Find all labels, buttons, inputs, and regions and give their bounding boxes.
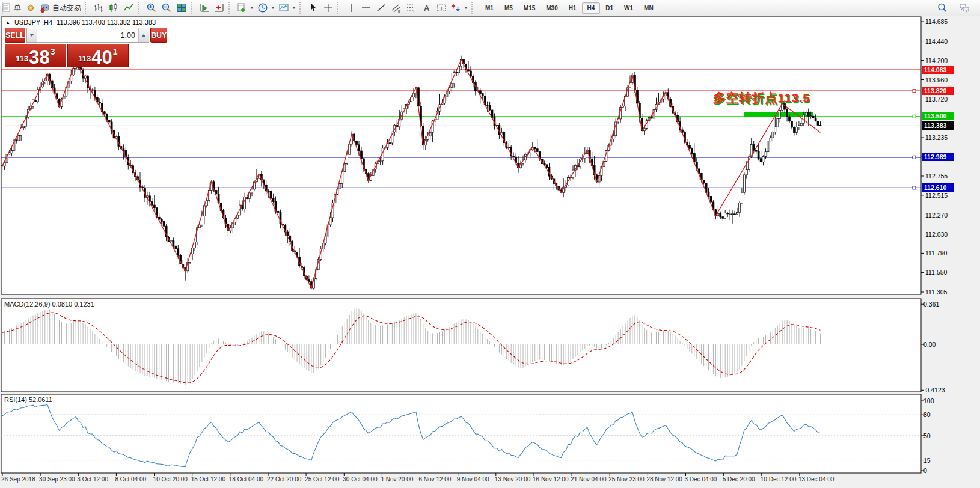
buy-price-big: 40 [91, 50, 112, 65]
rsi-axis-label: 50 [923, 432, 931, 439]
mt4-window: 单自动交易EFATM1M5M15M30H1H4D1W1MN ▲ USDJPY-,… [0, 0, 980, 488]
price-line-label[interactable]: 113.820 [922, 87, 954, 95]
sell-price-big: 38 [29, 50, 49, 65]
sell-button[interactable]: SELL [5, 28, 25, 43]
price-tick-label: 114.685 [925, 18, 948, 25]
date-axis-label: 15 Oct 12:00 [191, 476, 225, 483]
date-axis-label: 3 Dec 04:00 [685, 476, 717, 483]
date-axis-label: 13 Nov 20:00 [495, 476, 531, 483]
rsi-axis-label: 80 [923, 411, 931, 418]
date-axis-label: 28 Nov 12:00 [646, 476, 682, 483]
date-axis-label: 3 Oct 12:00 [77, 476, 108, 483]
date-axis-label: 25 Nov 23:00 [608, 476, 645, 483]
date-axis-label: 30 Oct 04:00 [343, 476, 377, 483]
price-line-label[interactable]: 112.989 [922, 153, 954, 161]
date-axis-label: 25 Oct 12:00 [305, 476, 339, 483]
triangle-down-icon [30, 34, 34, 37]
price-line-label[interactable]: 113.500 [922, 112, 954, 120]
price-tick-label: 111.305 [925, 288, 947, 296]
rsi-axis-label: 100 [923, 397, 934, 404]
ohlc-values: 113.396 113.403 113.382 113.383 [57, 19, 156, 26]
price-tick-label: 113.960 [925, 76, 948, 84]
date-axis-label: 30 Sep 23:00 [39, 476, 75, 483]
date-axis-label: 1 Nov 20:00 [381, 476, 413, 483]
date-axis-label: 10 Dec 12:00 [761, 476, 797, 483]
date-axis-label: 10 Oct 20:00 [153, 476, 188, 483]
price-tick-label: 111.550 [925, 269, 947, 276]
buy-price-sup: 1 [113, 47, 118, 56]
rsi-axis-label: 15 [923, 457, 931, 464]
price-line-label[interactable]: 114.083 [922, 66, 954, 74]
price-tick-label: 113.720 [925, 96, 948, 103]
price-tick-label: 112.755 [925, 172, 948, 180]
date-axis-label: 26 Sep 2018 [1, 476, 35, 483]
date-axis-label: 8 Oct 04:00 [115, 476, 146, 483]
date-axis-label: 6 Nov 12:00 [419, 476, 452, 483]
sell-price-sup: 3 [51, 47, 55, 56]
date-axis-label: 9 Nov 04:00 [457, 476, 489, 483]
price-tick-label: 112.270 [925, 212, 948, 219]
chart-annotation-text[interactable]: 多空转折点113.5 [713, 90, 810, 106]
chart-title: ▲ USDJPY-,H4 113.396 113.403 113.382 113… [5, 19, 156, 26]
volume-input[interactable] [37, 28, 138, 42]
triangle-up-icon [142, 34, 145, 37]
date-axis-label: 13 Dec 04:00 [798, 476, 835, 483]
symbol-timeframe-label: USDJPY-,H4 [14, 19, 52, 26]
price-line-label[interactable]: 112.610 [922, 183, 954, 192]
price-tick-label: 112.030 [925, 231, 948, 238]
symbol-collapse-icon[interactable]: ▲ [5, 20, 10, 25]
buy-button[interactable]: BUY [150, 28, 167, 43]
volume-spinner [26, 28, 149, 43]
rsi-indicator-label: RSI(14) 52.0611 [4, 396, 52, 403]
date-axis-label: 21 Nov 04:00 [571, 476, 607, 483]
date-axis-label: 18 Oct 04:00 [229, 476, 263, 483]
date-axis-label: 22 Oct 20:00 [267, 476, 301, 483]
date-axis-label: 16 Nov 12:00 [533, 476, 569, 483]
price-tick-label: 111.790 [925, 249, 947, 257]
macd-axis-label: 0.361 [923, 300, 939, 308]
macd-axis-label: 0.00 [923, 341, 936, 348]
date-axis-label: 5 Dec 20:00 [723, 476, 755, 483]
price-tick-label: 113.235 [925, 134, 948, 141]
macd-indicator-label: MACD(12,26,9) 0.0810 0.1231 [4, 300, 94, 308]
price-tick-label: 112.515 [925, 192, 948, 199]
price-tick-label: 114.440 [925, 38, 948, 45]
price-line-label-current[interactable]: 113.383 [922, 121, 954, 130]
macd-axis-label: -0.4123 [923, 386, 945, 394]
rsi-axis-label: 0 [923, 467, 927, 474]
sell-price-prefix: 113 [16, 55, 28, 63]
price-tick-label: 114.200 [925, 57, 948, 64]
buy-price-button[interactable]: 113 40 1 [67, 44, 129, 67]
volume-increase-button[interactable] [138, 28, 149, 42]
sell-price-button[interactable]: 113 38 3 [5, 44, 66, 67]
volume-decrease-button[interactable] [27, 28, 37, 42]
buy-price-prefix: 113 [78, 55, 91, 63]
chart-canvas[interactable] [0, 0, 980, 488]
one-click-trading-panel: SELL BUY 113 38 3 113 40 1 [5, 28, 129, 67]
